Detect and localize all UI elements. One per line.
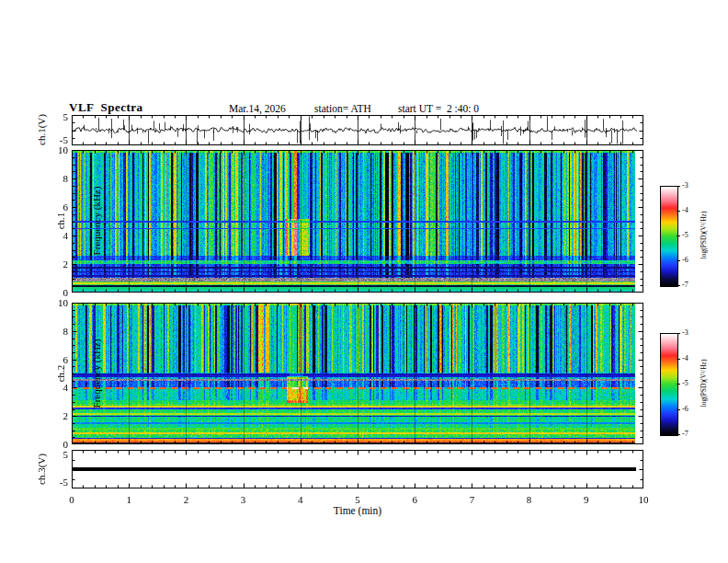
colorbar-ch1 xyxy=(660,186,678,287)
colorbar-ch2-label: log(PSD)(V²/Hz) xyxy=(700,328,708,439)
colorbar-tick xyxy=(677,384,680,385)
y-tick-label: 5 xyxy=(40,111,68,122)
x-tick-label: 0 xyxy=(58,494,85,505)
y-tick-label: 10 xyxy=(40,144,68,155)
ch1-voltage-waveform-canvas xyxy=(72,115,643,145)
date-label: Mar.14, 2026 xyxy=(229,103,286,114)
colorbar-tick-label: -5 xyxy=(682,379,688,388)
y-tick-label: 6 xyxy=(40,201,68,213)
colorbar-tick xyxy=(677,236,680,236)
colorbar-tick-label: -4 xyxy=(682,354,688,363)
colorbar-tick-label: -6 xyxy=(682,405,688,414)
colorbar-tick xyxy=(677,260,680,261)
y-tick-label: 10 xyxy=(40,297,68,308)
colorbar-tick xyxy=(677,434,680,435)
station-label: station= ATH xyxy=(314,103,371,114)
colorbar-tick xyxy=(677,333,680,334)
y-tick-label: 4 xyxy=(40,230,68,241)
vlf-spectra-figure: VLF Spectra Mar.14, 2026 station= ATH st… xyxy=(0,0,728,563)
x-tick-label: 4 xyxy=(287,494,314,505)
x-tick-label: 2 xyxy=(172,494,199,505)
colorbar-tick-label: -6 xyxy=(682,256,688,265)
x-axis-label: Time (min) xyxy=(266,505,449,516)
x-tick-label: 5 xyxy=(344,494,371,505)
ch1-frequency-axis-label-line2: Frequency (kHz) xyxy=(91,152,103,290)
y-tick-label: -5 xyxy=(40,477,68,488)
y-tick-label: 6 xyxy=(40,354,68,365)
y-tick-label: 2 xyxy=(40,410,68,421)
ch3-voltage-axis-label: ch.3(V) xyxy=(36,414,49,524)
colorbar-tick xyxy=(677,359,680,360)
colorbar-tick xyxy=(677,409,680,410)
y-tick-label: 4 xyxy=(40,382,68,393)
colorbar-tick xyxy=(677,186,680,187)
x-tick-label: 10 xyxy=(630,494,657,505)
colorbar-ch1-label: log(PSD)(V²/Hz) xyxy=(700,180,708,291)
ch1-spectrogram-canvas xyxy=(72,150,643,293)
x-tick-label: 7 xyxy=(458,494,485,505)
start-ut-label: start UT = 2 :40: 0 xyxy=(398,103,479,114)
figure-title: VLF Spectra xyxy=(69,100,143,115)
x-tick-label: 8 xyxy=(516,494,543,505)
colorbar-tick-label: -3 xyxy=(682,181,688,190)
ch2-spectrogram-canvas xyxy=(72,303,643,444)
y-tick-label: 2 xyxy=(40,259,68,270)
x-tick-label: 6 xyxy=(401,494,428,505)
x-tick-label: 3 xyxy=(230,494,257,505)
colorbar-tick-label: -5 xyxy=(682,231,688,240)
x-tick-label: 9 xyxy=(573,494,600,505)
colorbar-tick-label: -7 xyxy=(682,281,688,290)
y-tick-label: 8 xyxy=(40,173,68,184)
ch3-voltage-waveform-canvas xyxy=(72,450,643,488)
x-tick-label: 1 xyxy=(115,494,142,505)
colorbar-tick-label: -7 xyxy=(682,430,688,439)
ch2-frequency-axis-label-line2: Frequency (kHz) xyxy=(91,304,103,442)
colorbar-tick-label: -4 xyxy=(682,206,688,215)
colorbar-tick xyxy=(677,211,680,212)
colorbar-tick-label: -3 xyxy=(682,328,688,338)
colorbar-ch2 xyxy=(660,333,678,436)
y-tick-label: 5 xyxy=(40,449,68,460)
y-tick-label: 8 xyxy=(40,326,68,337)
y-tick-label: -5 xyxy=(40,134,68,145)
colorbar-tick xyxy=(677,285,680,286)
